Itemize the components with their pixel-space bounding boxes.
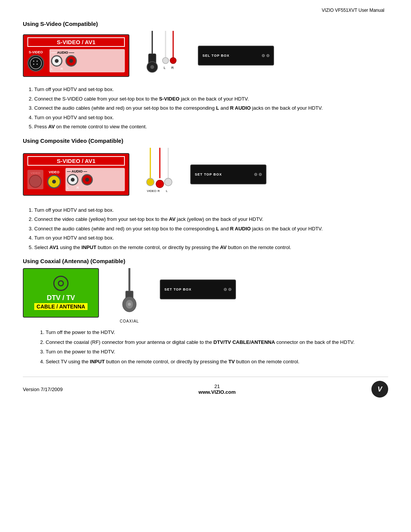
stb-lights-3 xyxy=(224,288,231,291)
svideo-cable-svg: L R xyxy=(141,31,186,80)
composite-panel-title: S-VIDEO / AV1 xyxy=(27,156,125,166)
composite-step-2: Connect the video cable (yellow) from yo… xyxy=(34,216,388,223)
svg-point-15 xyxy=(164,178,172,186)
svideo-step-5: Press AV on the remote control to view t… xyxy=(34,123,388,131)
footer-center: 21 www.VIZIO.com xyxy=(63,383,371,395)
svideo-section: Using S-Video (Compatible) S-VIDEO / AV1… xyxy=(23,21,388,131)
dtv-label-main: DTV / TV xyxy=(47,294,75,302)
svideo-diagram-row: S-VIDEO / AV1 S-VIDEO xyxy=(23,31,388,80)
inactive-label: VIDEO xyxy=(29,171,42,175)
coaxial-section: Using Coaxial (Antenna) (Compatible) DTV… xyxy=(23,258,388,365)
c-audio-l-port xyxy=(67,174,78,185)
stb-light-5 xyxy=(224,288,227,291)
coaxial-step-2: Connect the coaxial (RF) connector from … xyxy=(46,339,388,346)
c-audio-r-port xyxy=(81,174,93,185)
svideo-step-3: Connect the audio cables (white and red)… xyxy=(34,104,388,112)
set-top-box-2: SET TOP BOX xyxy=(190,165,266,184)
svideo-pin-4 xyxy=(37,64,38,65)
audio-l-port xyxy=(51,55,62,67)
l-label: L xyxy=(51,67,53,71)
audio-l-inner xyxy=(55,59,59,63)
svideo-panel-title: S-VIDEO / AV1 xyxy=(27,37,125,47)
composite-step-1: Turn off your HDTV and set-top box. xyxy=(34,206,388,214)
audio-text: AUDIO xyxy=(56,51,69,54)
c-audio-l-inner xyxy=(71,178,75,182)
svg-point-13 xyxy=(147,178,154,186)
coaxial-label: COAXIAL xyxy=(120,319,139,323)
dtv-antenna-inner xyxy=(58,280,64,286)
composite-audio-bg: AUDIO L R xyxy=(65,168,125,191)
r-label: R xyxy=(61,67,63,71)
svideo-audio-ports xyxy=(51,55,123,67)
composite-step-5: Select AV1 using the INPUT button on the… xyxy=(34,244,388,251)
inactive-port xyxy=(29,175,42,188)
c-audio-line-left xyxy=(67,171,71,172)
svideo-cable-diagram: L R xyxy=(141,31,186,80)
composite-svideo-inactive: VIDEO xyxy=(27,170,43,189)
composite-cable-diagram: VIDEO R L xyxy=(141,148,179,201)
coaxial-step-3: Turn on the power to the HDTV. xyxy=(46,348,388,356)
composite-step-3: Connect the audio cables (white and red)… xyxy=(34,225,388,233)
svideo-steps: Turn off your HDTV and set-top box. Conn… xyxy=(34,86,388,131)
manual-title: VIZIO VF551XVT User Manual xyxy=(322,8,384,13)
svg-point-23 xyxy=(128,303,131,306)
svg-text:R: R xyxy=(158,189,160,193)
stb-light-2 xyxy=(266,54,269,57)
composite-video-port xyxy=(47,175,61,189)
set-top-box-3: SET TOP BOX xyxy=(160,280,236,299)
composite-cable-svg: VIDEO R L xyxy=(141,148,179,201)
stb-label-3: SET TOP BOX xyxy=(164,288,191,291)
svg-text:R: R xyxy=(171,66,174,70)
composite-section-title: Using Composite Video (Compatible) xyxy=(23,137,388,144)
svideo-audio-bg: AUDIO L R xyxy=(49,49,125,72)
svg-text:L: L xyxy=(164,66,166,70)
svideo-port-label: S-VIDEO xyxy=(29,50,43,54)
composite-audio-header: AUDIO xyxy=(67,169,123,173)
svideo-pin-2 xyxy=(37,61,38,62)
svideo-port-section: S-VIDEO xyxy=(27,50,44,72)
coaxial-cable-svg xyxy=(114,268,145,318)
vizio-logo: V xyxy=(371,381,388,398)
svideo-pins xyxy=(33,61,38,66)
stb-light-3 xyxy=(254,173,257,176)
svideo-panel-inner: S-VIDEO xyxy=(27,49,125,72)
page-footer: Version 7/17/2009 21 www.VIZIO.com V xyxy=(23,377,388,398)
c-r-label: R xyxy=(76,186,79,190)
composite-section: Using Composite Video (Compatible) S-VID… xyxy=(23,137,388,251)
svideo-section-title: Using S-Video (Compatible) xyxy=(23,21,388,27)
svg-text:L: L xyxy=(166,189,168,193)
svideo-step-1: Turn off your HDTV and set-top box. xyxy=(34,86,388,93)
c-audio-text: AUDIO xyxy=(71,169,83,173)
coaxial-section-title: Using Coaxial (Antenna) (Compatible) xyxy=(23,258,388,264)
c-audio-line-right xyxy=(83,171,87,172)
coaxial-diagram-row: DTV / TV CABLE / ANTENNA COAXIAL SET TOP… xyxy=(23,268,388,323)
svideo-audio-section: AUDIO L R xyxy=(49,49,125,72)
audio-line-right xyxy=(69,53,74,53)
composite-steps: Turn off your HDTV and set-top box. Conn… xyxy=(34,206,388,251)
composite-video-section: VIDEO xyxy=(47,170,61,189)
svideo-pin-3 xyxy=(33,64,34,65)
stb-lights-1 xyxy=(262,54,269,57)
stb-3-container: SET TOP BOX xyxy=(160,280,236,299)
c-audio-r-inner xyxy=(85,178,89,182)
svg-point-14 xyxy=(156,180,164,188)
stb-light-6 xyxy=(228,288,231,291)
svg-point-7 xyxy=(170,58,176,64)
vizio-logo-letter: V xyxy=(378,385,382,393)
dtv-label-sub: CABLE / ANTENNA xyxy=(34,303,88,310)
dtv-panel: DTV / TV CABLE / ANTENNA xyxy=(23,268,99,318)
dtv-antenna-icon xyxy=(53,276,68,291)
composite-video-inner xyxy=(52,180,56,184)
stb-light-4 xyxy=(259,173,262,176)
audio-line-left xyxy=(51,53,56,53)
composite-panel-inner: VIDEO VIDEO AUDIO xyxy=(27,168,125,191)
stb-label-2: SET TOP BOX xyxy=(195,173,222,176)
page-header: VIZIO VF551XVT User Manual xyxy=(23,8,388,13)
footer-version: Version 7/17/2009 xyxy=(23,387,63,392)
composite-left-ports: VIDEO xyxy=(27,170,43,189)
stb-light-1 xyxy=(262,54,265,57)
svideo-av-panel: S-VIDEO / AV1 S-VIDEO xyxy=(23,34,129,77)
svg-point-3 xyxy=(150,65,154,69)
audio-r-inner xyxy=(69,59,73,63)
composite-lr-labels: L R xyxy=(67,186,123,190)
